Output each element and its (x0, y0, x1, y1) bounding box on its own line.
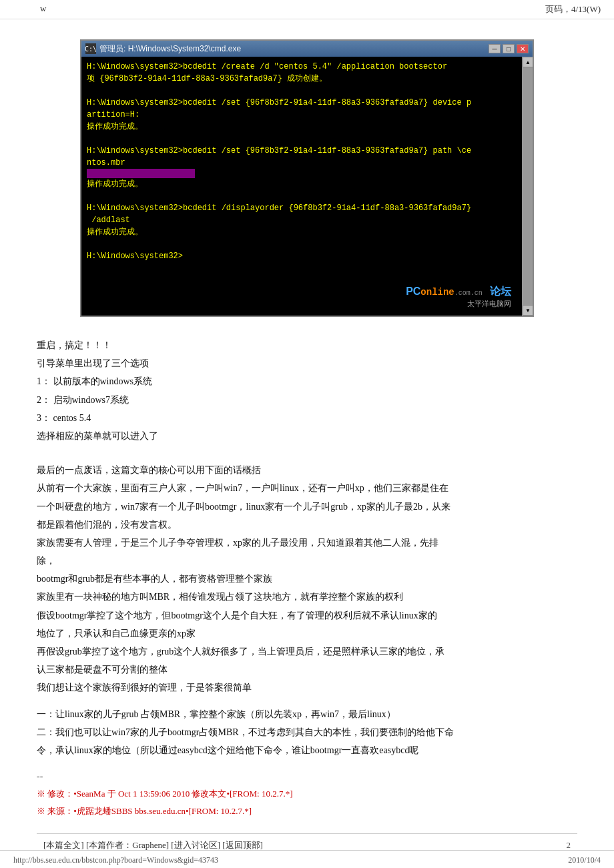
cmd-line: 操作成功完成。 (87, 121, 517, 133)
cmd-title-text: 管理员: H:\Windows\System32\cmd.exe (99, 43, 241, 55)
cmd-highlight (87, 169, 195, 178)
cmd-window: C:\ 管理员: H:\Windows\System32\cmd.exe ─ □… (80, 39, 534, 317)
cmd-line: 操作成功完成。 (87, 178, 517, 190)
article-para-2: 引导菜单里出现了三个选项 (37, 355, 577, 372)
article-para-3: 1： 以前版本的windows系统 (37, 373, 577, 390)
cmd-title-left: C:\ 管理员: H:\Windows\System32\cmd.exe (85, 43, 241, 55)
footer-link-fulltext[interactable]: [本篇全文] (43, 840, 84, 850)
article-para-10: 都是跟着他们混的，没有发言权。 (37, 516, 577, 533)
footer-link-top[interactable]: [返回顶部] (222, 840, 263, 850)
cmd-spacer (87, 262, 517, 282)
blank-space-1 (37, 446, 577, 454)
cmd-line: H:\Windows\system32>bcdedit /set {96f8b3… (87, 145, 517, 157)
bottom-date: 2010/10/4 (568, 855, 601, 865)
blank-space-3 (37, 698, 577, 706)
cmd-controls: ─ □ ✕ (489, 44, 529, 53)
cmd-line: artition=H: (87, 109, 517, 121)
article-para-20: 一：让linux家的儿子grub 占领MBR，掌控整个家族（所以先装xp，再wi… (37, 706, 577, 723)
footer-page-num: 2 (567, 840, 571, 851)
blank-space-4 (37, 760, 577, 768)
cmd-line: 项 {96f8b3f2-91a4-11df-88a3-9363fafad9a7}… (87, 73, 517, 85)
scroll-down-arrow[interactable]: ▼ (523, 305, 533, 316)
article-para-21: 二：我们也可以让win7家的儿子bootmgr占领MBR，不过考虑到其自大的本性… (37, 724, 577, 741)
cmd-line: ntos.mbr (87, 157, 517, 169)
article-para-11: 家族需要有人管理，于是三个儿子争夺管理权，xp家的儿子最没用，只知道跟着其他二人… (37, 534, 577, 551)
cmd-line (87, 238, 517, 250)
article-para-18: 认三家都是硬盘不可分割的整体 (37, 661, 577, 678)
article-para-5: 3： centos 5.4 (37, 410, 577, 426)
article-para-13: bootmgr和grub都是有些本事的人，都有资格管理整个家族 (37, 570, 577, 587)
bottom-url: http://bbs.seu.edu.cn/bbstcon.php?board=… (13, 855, 218, 865)
cmd-scrollbar[interactable]: ▲ ▼ (522, 57, 533, 316)
cmd-titlebar: C:\ 管理员: H:\Windows\System32\cmd.exe ─ □… (81, 41, 533, 57)
article-para-22: 令，承认linux家的地位（所以通过easybcd这个妞给他下命令，谁让boot… (37, 742, 577, 759)
cmd-body: H:\Windows\system32>bcdedit /create /d "… (81, 57, 522, 316)
cmd-line: 操作成功完成。 (87, 226, 517, 238)
note-line-2: ※ 来源：•虎踞龙蟠SBBS bbs.seu.edu.cn•[FROM: 10.… (37, 803, 577, 819)
close-button[interactable]: ✕ (517, 44, 529, 53)
article-para-8: 从前有一个大家族，里面有三户人家，一户叫win7，一户叫linux，还有一户叫x… (37, 480, 577, 496)
cmd-line: H:\Windows\system32>bcdedit /create /d "… (87, 61, 517, 73)
note-line-1: ※ 修改：•SeanMa 于 Oct 1 13:59:06 2010 修改本文•… (37, 786, 577, 801)
article-para-9: 一个叫硬盘的地方，win7家有一个儿子叫bootmgr，linux家有一个儿子叫… (37, 498, 577, 515)
header-left: w (40, 3, 46, 15)
article-section: 重启，搞定！！！ 引导菜单里出现了三个选项 1： 以前版本的windows系统 … (37, 330, 577, 827)
scroll-up-arrow[interactable]: ▲ (523, 57, 533, 67)
article-para-16: 地位了，只承认和自己血缘更亲的xp家 (37, 625, 577, 642)
header-right: 页码，4/13(W) (545, 3, 601, 15)
watermark-domain: .com.cn (454, 290, 483, 297)
article-para-4: 2： 启动windows7系统 (37, 392, 577, 408)
article-para-14: 家族里有一块神秘的地方叫MBR，相传谁发现占领了这块地方，就有掌控整个家族的权利 (37, 588, 577, 605)
cmd-wrapper: H:\Windows\system32>bcdedit /create /d "… (81, 57, 533, 316)
cmd-line (87, 133, 517, 145)
minimize-button[interactable]: ─ (489, 44, 501, 53)
main-content: C:\ 管理员: H:\Windows\System32\cmd.exe ─ □… (0, 26, 614, 868)
cmd-line (87, 190, 517, 202)
article-para-1: 重启，搞定！！！ (37, 337, 577, 354)
cmd-line: /addlast (87, 214, 517, 226)
cmd-line: H:\Windows\system32>bcdedit /displayorde… (87, 202, 517, 214)
scroll-track (523, 67, 533, 305)
cmd-app-icon: C:\ (85, 43, 96, 54)
article-para-7: 最后的一点废话，这篇文章的核心可以用下面的话概括 (37, 462, 577, 478)
page-header: w 页码，4/13(W) (0, 0, 614, 19)
footer-link-author[interactable]: [本篇作者：Graphene] (86, 840, 169, 850)
dashes: -- (37, 768, 577, 785)
cmd-line: H:\Windows\system32>bcdedit /set {96f8b3… (87, 97, 517, 109)
cmd-line (87, 85, 517, 97)
article-para-19: 我们想让这个家族得到很好的管理，于是答案很简单 (37, 679, 577, 696)
watermark-pc: PC (406, 286, 420, 297)
article-para-12: 除， (37, 552, 577, 569)
bottom-bar: http://bbs.seu.edu.cn/bbstcon.php?board=… (0, 850, 614, 868)
watermark-online: online (420, 287, 454, 298)
cmd-line: H:\Windows\system32> (87, 250, 517, 262)
watermark-forum: 论坛 (490, 286, 511, 298)
watermark-area: PConline.com.cn 论坛 太平洋电脑网 (87, 282, 517, 312)
blank-space-2 (37, 454, 577, 462)
watermark-site: 太平洋电脑网 (92, 299, 511, 309)
article-para-6: 选择相应的菜单就可以进入了 (37, 428, 577, 444)
maximize-button[interactable]: □ (503, 44, 515, 53)
article-para-17: 再假设grub掌控了这个地方，grub这个人就好很多了，当上管理员后，还是照样承… (37, 643, 577, 660)
article-para-15: 假设bootmgr掌控了这个地方，但bootmgr这个人是个自大狂，有了管理的权… (37, 607, 577, 624)
footer-link-discuss[interactable]: [进入讨论区] (171, 840, 220, 850)
